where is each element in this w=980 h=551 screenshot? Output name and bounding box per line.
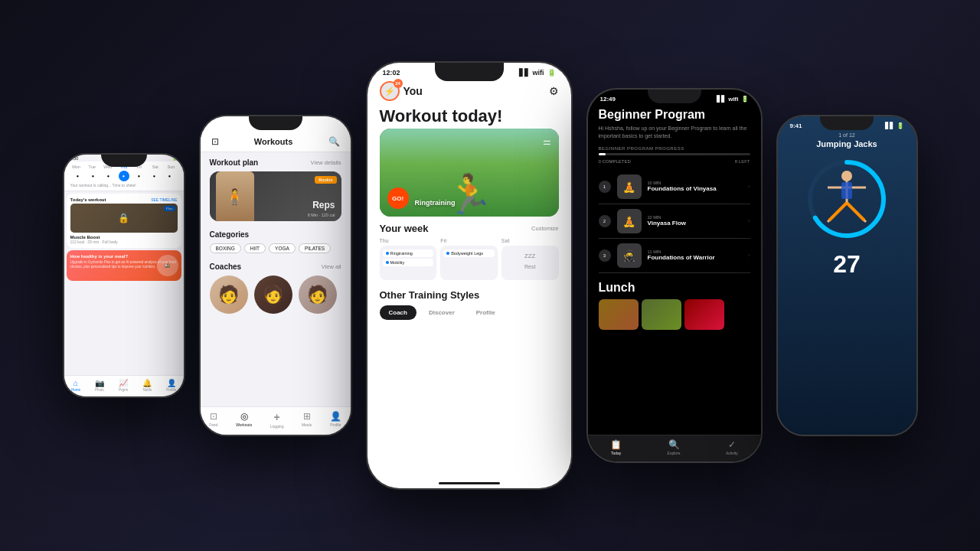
filter-btn[interactable]: ⚌ [543, 136, 551, 147]
day-sun: Sun [165, 165, 177, 169]
coaches-title: Coaches [210, 262, 242, 271]
coach-avatar-3[interactable]: 🧑 [299, 276, 337, 314]
phone-3-screen: 12:02 ▋▋ wifi 🔋 ⚡ 24 You ⚙ [368, 63, 571, 488]
dot-thu[interactable]: ● [119, 171, 129, 181]
workout-item-3[interactable]: 3 🥷 11 MIN Foundations of Warrior › [599, 239, 750, 273]
workout-today-title: Workout today! [368, 104, 571, 129]
phone-2-notch [249, 116, 302, 130]
tab-discover[interactable]: Discover [420, 305, 464, 320]
dot-wed: ● [103, 171, 114, 181]
categories-title: Categories [210, 230, 250, 239]
completed-count: 0 COMPLETED [599, 159, 631, 164]
activity-icon: ✓ [728, 439, 736, 450]
nav-feed-p2[interactable]: ⊡ Feed [209, 411, 217, 429]
rookie-badge: Rookie [315, 176, 336, 184]
phone-4: 12:49 ▋▋ wifi 🔋 Beginner Program Hi Hshs… [586, 88, 763, 463]
phone-1-notch [101, 155, 147, 167]
fri-label: Fri [440, 238, 498, 243]
sat-label: Sat [501, 238, 559, 243]
nav-notifs[interactable]: 🔔 Notifs [142, 379, 152, 392]
phone-5-time: 9:41 [790, 122, 802, 129]
rest-zzz: ZZZ [505, 249, 556, 259]
item-num-1: 1 [599, 181, 611, 193]
go-button[interactable]: GO! [387, 187, 409, 209]
thu-label: Thu [380, 238, 437, 243]
battery-icon-p5: 🔋 [897, 122, 904, 129]
phone-5-status-icons: ▋▋ 🔋 [885, 122, 904, 129]
category-pilates[interactable]: PILATES [299, 243, 331, 253]
nav-logging-label: Logging [270, 424, 284, 429]
view-details-link[interactable]: View details [311, 159, 341, 166]
nav-profile-label-p1: Profile [166, 388, 176, 392]
phone-3: 12:02 ▋▋ wifi 🔋 ⚡ 24 You ⚙ [366, 61, 573, 490]
coaches-list: 🧑 🧑 🧑 [210, 276, 341, 314]
avatar-initials: ⚡ [384, 86, 395, 96]
workout-name-p2: Reps [312, 200, 335, 210]
day-col-sat: Sat ZZZ Rest [501, 238, 559, 280]
item-info-3: 11 MIN Foundations of Warrior [648, 249, 742, 261]
nav-explore-p4[interactable]: 🔍 Explore [668, 439, 681, 455]
exercise-name: Jumping Jacks [816, 139, 877, 149]
settings-icon-p3[interactable]: ⚙ [549, 85, 559, 97]
progress-label: BEGINNER PROGRAM PROGRESS [599, 146, 750, 151]
tab-coach[interactable]: Coach [380, 305, 416, 320]
week-title: Your week [380, 223, 429, 234]
item-name-3: Foundations of Warrior [648, 254, 742, 261]
day-col-thu: Thu Ringtraining Mobility [380, 238, 437, 280]
workout-item-2[interactable]: 2 🧘 10 MIN Vinyasa Flow › [599, 204, 750, 239]
day-col-fri: Fri Bodyweight Legs [440, 238, 498, 280]
exercise-count: 27 [833, 250, 861, 279]
nav-profile-p2[interactable]: 👤 Profile [330, 411, 341, 429]
see-timeline-link[interactable]: SEE TIMELINE [151, 197, 177, 202]
nav-home[interactable]: ⌂ Home [71, 379, 80, 392]
nav-workouts-p2[interactable]: ◎ Workouts [236, 411, 252, 429]
username-label: You [403, 85, 423, 97]
phones-container: 1:30 App Store 🔋 Mon Tue Wed Thu Fri Sat… [47, 46, 933, 505]
phone-1-todays-workout: Today's workout SEE TIMELINE Plus 🔒 Musc… [67, 194, 181, 248]
lunch-title: Lunch [599, 281, 750, 295]
hero-workout-image[interactable]: 🏃 ⚌ GO! Ringtraining [380, 129, 559, 217]
meal-thumbnails [599, 299, 750, 330]
phone-1-battery: 🔋 [172, 156, 178, 161]
sat-card: ZZZ Rest [501, 246, 559, 280]
lunch-section: Lunch [588, 276, 761, 334]
customize-link[interactable]: Customize [531, 225, 558, 232]
nav-today-p4[interactable]: 📋 Today [610, 439, 622, 455]
nav-meals-p2[interactable]: ⊞ Meals [302, 411, 312, 429]
program-title: Beginner Program [599, 107, 750, 122]
category-yoga[interactable]: YOGA [269, 243, 296, 253]
nav-photo-label: Photo [95, 388, 104, 392]
workout-item-1[interactable]: 1 🧘 10 MIN Foundations of Vinyasa › [599, 170, 750, 204]
meal-thumb-2 [642, 299, 681, 330]
food-scanner-card[interactable]: How healthy is your meal? Upgrade to Gym… [67, 250, 181, 281]
item-num-2: 2 [599, 215, 611, 227]
nav-profile-p1[interactable]: 👤 Profile [166, 379, 176, 392]
notification-badge: 24 [394, 79, 403, 88]
feed-icon-p2: ⊡ [211, 136, 219, 147]
category-hiit[interactable]: HIIT [244, 243, 266, 253]
phone-4-notch [648, 90, 701, 103]
search-icon-p2[interactable]: 🔍 [328, 136, 340, 147]
nav-activity-p4[interactable]: ✓ Activity [726, 439, 738, 455]
nav-logging-p2[interactable]: + Logging [270, 411, 284, 429]
nav-photo[interactable]: 📷 Photo [95, 379, 104, 392]
thumb-figure-1: 🧘 [622, 181, 635, 193]
user-avatar[interactable]: ⚡ 24 [380, 81, 400, 101]
nav-notifs-label: Notifs [142, 388, 152, 392]
tab-profile[interactable]: Profile [467, 305, 505, 320]
nav-progress[interactable]: 📈 Prgrm [119, 379, 128, 392]
phone-4-status-icons: ▋▋ wifi 🔋 [717, 96, 748, 103]
view-all-link[interactable]: View all [322, 263, 341, 270]
notifs-icon: 🔔 [142, 379, 152, 387]
lock-icon: 🔒 [118, 213, 129, 223]
circle-progress-container [805, 157, 889, 241]
workout-name-label: Ringtraining [415, 199, 456, 207]
program-subtitle: Hi Hshsha, follow up on your Beginner Pr… [599, 125, 750, 140]
left-count: 8 LEFT [735, 159, 750, 164]
coach-avatar-2[interactable]: 🧑 [254, 276, 292, 314]
coach-avatar-1[interactable]: 🧑 [210, 276, 248, 314]
workout-card[interactable]: 🧍 Rookie Reps 8 Min · 120 cal [210, 171, 341, 221]
category-boxing[interactable]: BOXING [210, 243, 241, 253]
workout-calling-text: Your workout is calling... Time to shine… [70, 183, 178, 187]
coach-2-figure: 🧑 [263, 285, 283, 305]
